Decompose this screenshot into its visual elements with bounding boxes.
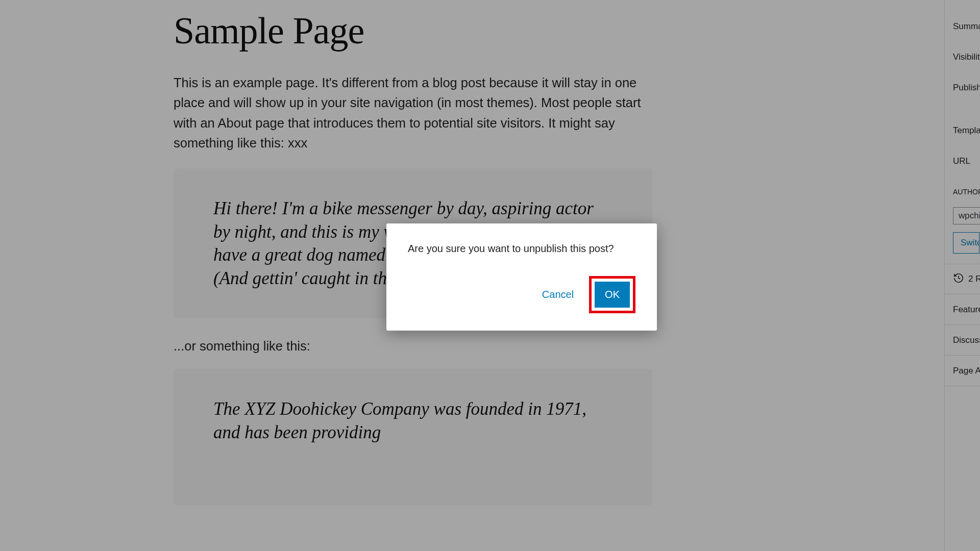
ok-button-highlight: OK <box>589 276 635 313</box>
cancel-button[interactable]: Cancel <box>542 289 574 300</box>
dialog-message: Are you sure you want to unpublish this … <box>408 243 635 255</box>
ok-button[interactable]: OK <box>595 282 630 308</box>
confirm-dialog: Are you sure you want to unpublish this … <box>386 223 657 331</box>
dialog-actions: Cancel OK <box>408 276 635 313</box>
